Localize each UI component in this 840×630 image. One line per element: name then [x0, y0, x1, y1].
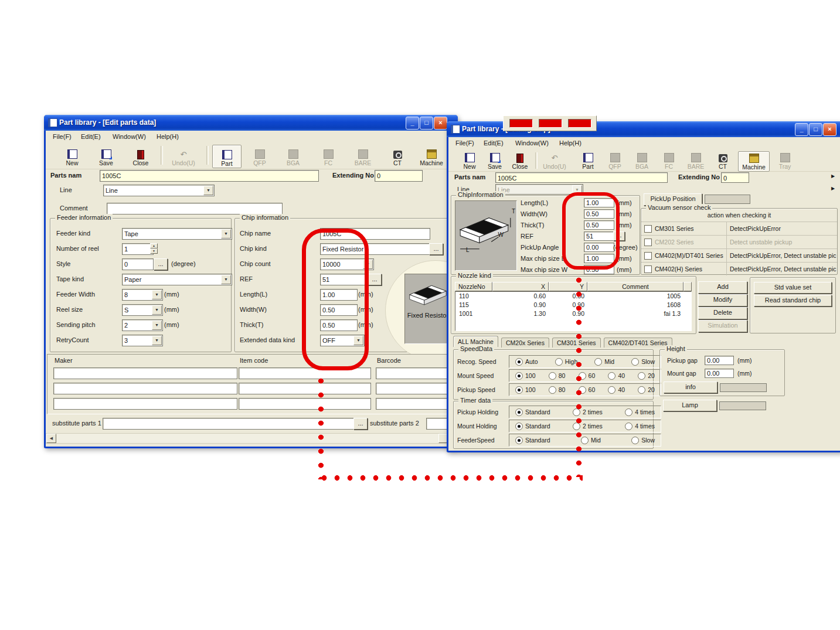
radio-icon[interactable] — [625, 423, 632, 430]
parts-name-field[interactable]: 1005C — [495, 172, 668, 183]
extending-no-field[interactable]: 0 — [721, 172, 749, 183]
retry-count-dropdown[interactable]: 3 ▼ — [122, 335, 163, 346]
reel-size-dropdown[interactable]: S ▼ — [122, 304, 163, 316]
toolbar-machine-button[interactable]: Machine — [738, 151, 770, 172]
radio-icon[interactable] — [549, 386, 556, 394]
radio-option[interactable]: Standard — [515, 437, 550, 444]
menu-file[interactable]: File(F) — [453, 137, 477, 149]
chevron-down-icon[interactable]: ▼ — [152, 305, 162, 315]
radio-icon[interactable] — [608, 372, 615, 380]
radio-icon[interactable] — [515, 437, 523, 444]
menu-help[interactable]: Help(H) — [154, 131, 181, 143]
chevron-down-icon[interactable]: ▼ — [152, 336, 162, 345]
radio-icon[interactable] — [555, 358, 563, 366]
comment-field[interactable] — [107, 203, 283, 214]
nozzle-table-row[interactable]: 1100.600.601005 — [455, 292, 691, 301]
menu-window[interactable]: Window(W) — [513, 137, 551, 149]
substitute-parts-1-browse-button[interactable]: ... — [353, 418, 368, 430]
style-browse-button[interactable]: ... — [154, 258, 168, 270]
mount-gap-field[interactable]: 0.00 — [705, 369, 734, 378]
radio-icon[interactable] — [638, 386, 645, 394]
feeder-kind-dropdown[interactable]: Tape ▼ — [122, 228, 232, 240]
maker-field[interactable] — [53, 398, 237, 410]
nozzle-table-row[interactable]: 10011.300.90fai 1.3 — [455, 309, 691, 318]
barcode-field[interactable] — [376, 383, 448, 394]
extending-no-field[interactable]: 0 — [375, 170, 423, 182]
toolbar-close-button[interactable]: Close — [507, 151, 533, 171]
radio-icon[interactable] — [549, 372, 556, 380]
radio-option[interactable]: 4 times — [625, 423, 655, 430]
radio-option[interactable]: 40 — [608, 386, 625, 394]
radio-option[interactable]: Slow — [631, 358, 655, 366]
row-arrow-icon[interactable]: ▶ — [831, 173, 835, 179]
radio-option[interactable]: 100 — [515, 372, 536, 380]
radio-icon[interactable] — [638, 372, 645, 380]
nozzleno-header[interactable]: NozzleNo — [455, 282, 492, 291]
radio-option[interactable]: 20 — [638, 372, 655, 380]
radio-option[interactable]: Mid — [581, 437, 601, 444]
radio-option[interactable]: 80 — [549, 386, 566, 394]
substitute-parts-1-field[interactable] — [103, 418, 355, 430]
pickup-gap-field[interactable]: 0.00 — [705, 356, 734, 365]
toolbar-ct-button[interactable]: CT — [383, 145, 412, 167]
menu-edit[interactable]: Edit(E) — [79, 131, 103, 143]
nozzle-table-row[interactable]: 1150.900.901608 — [455, 301, 691, 309]
radio-icon[interactable] — [594, 358, 602, 366]
tab-cm402-dt401-series[interactable]: CM402/DT401 Series — [604, 338, 672, 348]
sending-pitch-dropdown[interactable]: 2 ▼ — [122, 319, 163, 331]
radio-icon[interactable] — [515, 408, 523, 416]
chevron-down-icon[interactable]: ▼ — [152, 321, 162, 330]
radio-option[interactable]: 80 — [549, 372, 566, 380]
item-code-field[interactable] — [239, 383, 371, 394]
nozzle-table-body[interactable]: 1100.600.6010051150.900.90160810011.300.… — [455, 291, 692, 331]
info-button[interactable]: info — [664, 382, 717, 393]
toolbar-part-button[interactable]: Part — [212, 145, 242, 168]
toolbar-close-button[interactable]: Close — [127, 145, 155, 167]
radio-icon[interactable] — [631, 437, 639, 444]
barcode-field[interactable] — [376, 367, 448, 379]
feeder-width-dropdown[interactable]: 8 ▼ — [122, 289, 163, 301]
line-dropdown[interactable]: Line ▼ — [103, 185, 215, 196]
maker-field[interactable] — [53, 383, 237, 394]
radio-option[interactable]: Slow — [631, 437, 655, 444]
series-checkbox[interactable] — [644, 265, 652, 273]
x-header[interactable]: X — [492, 282, 549, 291]
radio-option[interactable]: Standard — [515, 423, 550, 430]
number-of-reel-stepper[interactable]: ▲▼ — [150, 243, 158, 254]
chevron-down-icon[interactable]: ▼ — [152, 290, 162, 299]
radio-icon[interactable] — [515, 372, 523, 380]
read-standard-chip-button[interactable]: Read standard chip — [754, 295, 832, 307]
chip-kind-browse-button[interactable]: ... — [429, 243, 443, 255]
toolbar-save-button[interactable]: Save — [92, 145, 120, 167]
tab-cm20x-series[interactable]: CM20x Series — [501, 338, 549, 348]
item-code-field[interactable] — [239, 398, 371, 410]
radio-option[interactable]: Auto — [515, 358, 538, 366]
toolbar-new-button[interactable]: New — [58, 145, 86, 167]
chevron-down-icon[interactable]: ▼ — [221, 229, 231, 239]
radio-icon[interactable] — [515, 423, 523, 430]
radio-icon[interactable] — [631, 358, 639, 366]
maximize-button[interactable]: □ — [809, 123, 822, 136]
menu-window[interactable]: Window(W) — [110, 131, 148, 143]
add-button[interactable]: Add — [698, 281, 747, 294]
radio-option[interactable]: High — [555, 358, 578, 366]
horizontal-scrollbar[interactable]: ◀ — [46, 433, 454, 444]
minimize-button[interactable]: _ — [795, 123, 808, 136]
radio-icon[interactable] — [625, 408, 632, 416]
chevron-down-icon[interactable]: ▼ — [221, 275, 231, 284]
maker-field[interactable] — [53, 367, 237, 379]
delete-button[interactable]: Delete — [698, 307, 747, 319]
barcode-field[interactable] — [376, 398, 448, 410]
number-of-reel-field[interactable]: 1 — [122, 243, 154, 255]
modify-button[interactable]: Modify — [698, 294, 747, 307]
radio-option[interactable]: 40 — [608, 372, 625, 380]
toolbar-new-button[interactable]: New — [457, 151, 482, 171]
toolbar-ct-button[interactable]: CT — [710, 151, 736, 171]
menu-edit[interactable]: Edit(E) — [481, 137, 506, 149]
style-field[interactable]: 0 — [122, 258, 154, 270]
radio-option[interactable]: Mid — [594, 358, 614, 366]
menu-file[interactable]: File(F) — [50, 131, 74, 143]
radio-option[interactable]: 100 — [515, 386, 536, 394]
std-value-set-button[interactable]: Std value set — [754, 282, 832, 294]
toolbar-machine-button[interactable]: Machine — [415, 145, 448, 167]
